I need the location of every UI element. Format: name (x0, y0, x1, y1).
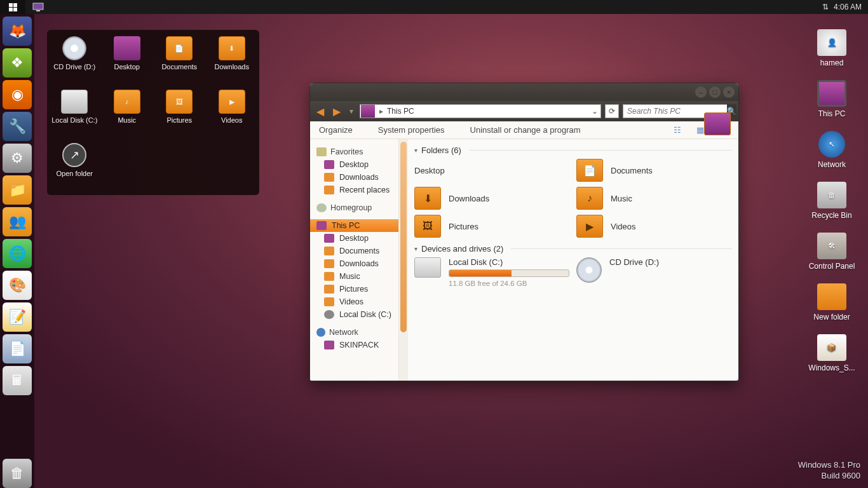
launcher-paint[interactable]: 🎨 (3, 271, 32, 300)
launcher-trash[interactable]: 🗑 (3, 459, 32, 488)
desktop-new-folder[interactable]: New folder (813, 283, 850, 322)
folder-downloads[interactable]: ⬇Downloads (414, 187, 570, 210)
device-local-disk[interactable]: Local Disk (C:) 11.8 GB free of 24.6 GB (414, 257, 570, 287)
sidebar-network[interactable]: Network (310, 326, 398, 339)
address-location[interactable]: This PC (387, 107, 414, 116)
view-details-icon[interactable]: ☷ (674, 125, 681, 135)
folder-music-icon: ♪ (114, 90, 140, 114)
command-bar: Organize System properties Uninstall or … (310, 121, 738, 139)
sidebar-pc-pictures[interactable]: Pictures (310, 283, 398, 295)
user-icon: 👤 (817, 29, 846, 56)
desktop-control-panel[interactable]: 🛠Control Panel (809, 233, 855, 271)
launcher-office[interactable]: 📄 (3, 334, 32, 363)
recycle-bin-icon: 🗑 (817, 182, 846, 208)
cmd-uninstall[interactable]: Uninstall or change a program (470, 125, 581, 135)
address-dropdown[interactable]: ⌄ (589, 107, 600, 116)
desktop-label: hamed (820, 58, 844, 67)
scrollbar-thumb[interactable] (400, 142, 407, 332)
sidebar-favorites[interactable]: Favorites (310, 146, 398, 158)
pc-small-icon (361, 105, 375, 118)
taskbar-app-explorer[interactable] (25, 0, 51, 14)
close-button[interactable]: × (723, 86, 735, 98)
maximize-button[interactable]: □ (709, 86, 721, 98)
titlebar[interactable]: – □ × (310, 83, 738, 101)
folder-pictures-icon: 🖼 (166, 90, 193, 114)
launcher-tools[interactable]: 🔧 (3, 112, 32, 141)
jumplist-documents[interactable]: 📄Documents (154, 36, 205, 87)
folder-icon (324, 272, 334, 281)
desktop-user[interactable]: 👤hamed (817, 29, 846, 67)
sidebar-pc-downloads[interactable]: Downloads (310, 257, 398, 270)
sidebar-pc-desktop[interactable]: Desktop (310, 232, 398, 245)
cmd-system-properties[interactable]: System properties (378, 125, 445, 135)
launcher-ubuntu[interactable]: ◉ (3, 80, 32, 109)
address-bar[interactable]: ▸ This PC ⌄ (360, 104, 601, 118)
folder-music[interactable]: ♪Music (576, 187, 732, 210)
network-tray-icon[interactable]: ⇅ (822, 3, 829, 11)
folder-icon (324, 285, 334, 294)
folder-pictures[interactable]: 🖼Pictures (414, 215, 570, 238)
network-icon (316, 328, 325, 337)
folder-videos-icon: ▶ (219, 90, 245, 114)
desktop-label: New folder (813, 313, 850, 322)
sidebar-scrollbar[interactable] (399, 139, 408, 381)
sidebar-fav-desktop[interactable]: Desktop (310, 158, 398, 171)
folder-documents[interactable]: 📄Documents (576, 159, 732, 182)
sidebar-network-item[interactable]: SKINPACK (310, 339, 398, 351)
folder-desktop[interactable]: Desktop (414, 159, 570, 182)
sidebar-pc-videos[interactable]: Videos (310, 295, 398, 308)
sidebar-homegroup[interactable]: Homegroup (310, 201, 398, 214)
pc-icon (817, 80, 846, 107)
jumplist-label: Local Disk (C:) (51, 116, 97, 124)
sidebar: Favorites Desktop Downloads Recent place… (310, 139, 399, 381)
launcher-system[interactable]: ❖ (3, 48, 32, 78)
group-folders-header[interactable]: ▾Folders (6) (414, 146, 732, 155)
launcher-browser[interactable]: 🌐 (3, 239, 32, 268)
jumplist-desktop[interactable]: Desktop (102, 36, 153, 87)
launcher-notes[interactable]: 📝 (3, 302, 32, 332)
sidebar-pc-localdisk[interactable]: Local Disk (C:) (310, 308, 398, 321)
group-devices-header[interactable]: ▾Devices and drives (2) (414, 244, 732, 254)
launcher-calculator[interactable]: 🖩 (3, 366, 32, 395)
top-taskbar: ⇅ 4:06 AM (0, 0, 868, 14)
device-cd-drive[interactable]: CD Drive (D:) (576, 257, 732, 287)
folder-icon (324, 173, 334, 182)
up-button[interactable]: ▾ (347, 107, 356, 116)
jumplist-panel: CD Drive (D:) Desktop 📄Documents ⬇Downlo… (47, 30, 259, 195)
clock[interactable]: 4:06 AM (834, 3, 862, 11)
jumplist-local-disk[interactable]: Local Disk (C:) (50, 90, 100, 140)
control-panel-icon: 🛠 (817, 233, 846, 259)
refresh-button[interactable]: ⟳ (605, 104, 619, 118)
jumplist-music[interactable]: ♪Music (102, 90, 153, 140)
start-button[interactable] (0, 0, 25, 14)
jumplist-downloads[interactable]: ⬇Downloads (207, 36, 257, 87)
system-tray: ⇅ 4:06 AM (822, 3, 868, 11)
launcher-people[interactable]: 👥 (3, 207, 32, 236)
view-preview-icon[interactable]: ▦ (696, 125, 704, 135)
back-button[interactable]: ◀ (314, 105, 327, 118)
sidebar-fav-recent[interactable]: Recent places (310, 184, 398, 196)
sidebar-this-pc[interactable]: This PC (310, 219, 398, 232)
desktop-recycle-bin[interactable]: 🗑Recycle Bin (811, 182, 851, 220)
forward-button[interactable]: ▶ (330, 105, 343, 118)
sidebar-pc-documents[interactable]: Documents (310, 245, 398, 257)
cmd-organize[interactable]: Organize (319, 125, 353, 135)
folder-icon (817, 283, 846, 310)
jumplist-pictures[interactable]: 🖼Pictures (154, 90, 205, 140)
explorer-window: – □ × ◀ ▶ ▾ ▸ This PC ⌄ ⟳ 🔍 Organize Sys… (309, 83, 739, 381)
jumplist-cd-drive[interactable]: CD Drive (D:) (50, 36, 100, 87)
desktop-this-pc[interactable]: This PC (817, 80, 846, 118)
minimize-button[interactable]: – (695, 86, 707, 98)
desktop-network[interactable]: ↖Network (818, 131, 846, 169)
jumplist-videos[interactable]: ▶Videos (207, 90, 257, 140)
launcher-files[interactable]: 📁 (3, 175, 32, 205)
jumplist-label: Desktop (114, 63, 140, 71)
jumplist-open-folder[interactable]: ↗Open folder (50, 143, 100, 194)
sidebar-fav-downloads[interactable]: Downloads (310, 171, 398, 184)
sidebar-pc-music[interactable]: Music (310, 270, 398, 283)
desktop-windows-sp[interactable]: 📦Windows_S... (808, 334, 855, 372)
star-icon (316, 147, 327, 156)
launcher-firefox[interactable]: 🦊 (3, 17, 32, 46)
launcher-settings[interactable]: ⚙ (3, 144, 32, 173)
folder-videos[interactable]: ▶Videos (576, 215, 732, 238)
